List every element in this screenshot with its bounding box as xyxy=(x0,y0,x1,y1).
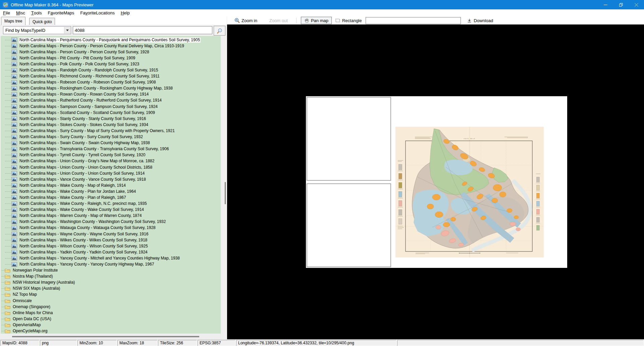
tree-connector xyxy=(5,40,11,40)
tree-vertical-scrollbar[interactable] xyxy=(221,36,226,334)
tree-item[interactable]: OpenCycleMap.org xyxy=(1,328,221,334)
tree-item[interactable]: North Carolina Maps - Wake County - Rale… xyxy=(1,201,221,207)
dropdown-button[interactable] xyxy=(64,27,70,34)
tree-item[interactable]: North Carolina Maps - Person County - Pe… xyxy=(1,49,221,55)
tree-item[interactable]: North Carolina Maps - Sampson County - S… xyxy=(1,104,221,110)
tree-item[interactable]: North Carolina Maps - Randolph County - … xyxy=(1,67,221,73)
restore-button[interactable] xyxy=(613,0,629,9)
map-image-icon xyxy=(11,141,17,146)
tree-item[interactable]: North Carolina Maps - Stanly County - St… xyxy=(1,116,221,122)
tree-item[interactable]: Norwegian Polar Institute xyxy=(1,268,221,274)
toolbar-input[interactable] xyxy=(366,17,461,24)
tree-item-label: North Carolina Maps - Union County - Gra… xyxy=(19,159,155,164)
tree-item[interactable]: North Carolina Maps - Richmond County - … xyxy=(1,73,221,79)
search-input[interactable] xyxy=(73,26,212,34)
title-bar[interactable]: Offline Map Maker 8.364 - Maps Previewer xyxy=(0,0,644,9)
map-image-icon xyxy=(11,104,17,109)
tree-item-label: North Carolina Maps - Watauga County - W… xyxy=(19,225,156,230)
menu-favoritelocations[interactable]: FavoriteLocations xyxy=(77,9,118,16)
status-epsg: EPSG:3857 xyxy=(198,340,235,346)
zoom-out-button[interactable]: Zoom out xyxy=(269,18,288,23)
tree-item[interactable]: North Carolina Maps - Union County - Gra… xyxy=(1,158,221,164)
tree-item[interactable]: North Carolina Maps - Yancey County - Mi… xyxy=(1,255,221,261)
folder-icon xyxy=(5,317,10,321)
folder-icon xyxy=(5,311,10,315)
tree-item[interactable]: Open Data DC (USA) xyxy=(1,316,221,322)
menu-misc[interactable]: Misc xyxy=(13,9,28,16)
status-bar: MapsID: 4088pngMinZoom: 10MaxZoom: 18Til… xyxy=(0,339,644,346)
map-image-icon xyxy=(11,116,17,121)
pan-map-button[interactable]: Pan map xyxy=(301,17,332,24)
tree-item[interactable]: North Carolina Maps - Wake County - Plan… xyxy=(1,188,221,194)
map-image-icon xyxy=(11,214,17,218)
tree-item[interactable]: North Carolina Maps - Rockingham County … xyxy=(1,85,221,92)
tree-connector xyxy=(1,325,4,325)
tree-item[interactable]: North Carolina Maps - Swain County - Swa… xyxy=(1,140,221,146)
tree-item[interactable]: North Carolina Maps - Vance County - Van… xyxy=(1,176,221,182)
tree-item[interactable]: North Carolina Maps - Polk County - Polk… xyxy=(1,61,221,67)
tree-item[interactable]: North Carolina Maps - Person County - Pe… xyxy=(1,43,221,49)
tree-item[interactable]: North Carolina Maps - Union County - Uni… xyxy=(1,170,221,176)
map-canvas[interactable]: SOIL MAP xyxy=(227,24,644,339)
tree-item[interactable]: North Carolina Maps - Watauga County - W… xyxy=(1,225,221,231)
zoom-in-button[interactable]: Zoom in xyxy=(234,18,257,23)
tree-item[interactable]: North Carolina Maps - Rowan County - Row… xyxy=(1,92,221,98)
close-button[interactable] xyxy=(629,0,644,9)
tree-item[interactable]: North Carolina Maps - Stokes County - St… xyxy=(1,122,221,128)
rectangle-button[interactable]: Rectangle xyxy=(335,18,362,23)
tree-item[interactable]: Onemap (Singapore) xyxy=(1,304,221,310)
tree-connector xyxy=(5,58,11,58)
download-label: Download xyxy=(474,18,493,23)
tree-item[interactable]: North Carolina Maps - Surry County - Sur… xyxy=(1,134,221,140)
tree-item[interactable]: North Carolina Maps - Yancey County - Ya… xyxy=(1,261,221,267)
tree-item[interactable]: North Carolina Maps - Wayne County - Way… xyxy=(1,231,221,237)
tree-item[interactable]: OpenAerialMap xyxy=(1,322,221,328)
tree-item[interactable]: North Carolina Maps - Robeson County - R… xyxy=(1,79,221,85)
menu-file[interactable]: File xyxy=(0,9,13,16)
loaded-tiles-area: SOIL MAP xyxy=(306,96,567,268)
tree-connector xyxy=(5,64,11,64)
tree-item[interactable]: North Carolina Maps - Scotland County - … xyxy=(1,110,221,116)
tree-item[interactable]: Online Maps for China xyxy=(1,310,221,316)
tree-horizontal-scrollbar[interactable] xyxy=(0,334,221,339)
map-image-icon xyxy=(11,135,17,139)
tab-quick-goto[interactable]: Quick goto xyxy=(29,18,55,25)
tree-item[interactable]: North Carolina Maps - Wake County - Map … xyxy=(1,182,221,188)
map-image-icon xyxy=(11,80,17,85)
tree-item[interactable]: North Carolina Maps - Wilkes County - Wi… xyxy=(1,237,221,243)
tab-maps-tree[interactable]: Maps tree xyxy=(1,17,25,25)
tree-item[interactable]: North Carolina Maps - Rutherford County … xyxy=(1,98,221,104)
tree-item[interactable]: North Carolina Maps - Wake County - Plan… xyxy=(1,194,221,200)
tree-item[interactable]: North Carolina Maps - Wake County - Wake… xyxy=(1,207,221,213)
tree-connector xyxy=(5,173,11,174)
vertical-scroll-thumb[interactable] xyxy=(225,182,226,204)
menu-help[interactable]: Help xyxy=(118,9,133,16)
menu-favoritemaps[interactable]: FavoriteMaps xyxy=(45,9,77,16)
tree-item[interactable]: North Carolina Maps - Washington County … xyxy=(1,219,221,225)
folder-icon xyxy=(5,268,10,273)
download-button[interactable]: Download xyxy=(467,18,493,23)
tree-item[interactable]: North Carolina Maps - Yadkin County - Ya… xyxy=(1,249,221,255)
window-title: Offline Map Maker 8.364 - Maps Previewer xyxy=(11,2,94,7)
menu-tools[interactable]: Tools xyxy=(28,9,45,16)
tree-item[interactable]: North Carolina Maps - Wilson County - Wi… xyxy=(1,243,221,249)
tree-item[interactable]: Omniscale xyxy=(1,298,221,304)
tree-item[interactable]: North Carolina Maps - Surry County - Map… xyxy=(1,128,221,134)
tree-item[interactable]: North Carolina Maps - Pitt County - Pitt… xyxy=(1,55,221,61)
tree-item[interactable]: North Carolina Maps - Transylvania Count… xyxy=(1,146,221,152)
find-by-dropdown[interactable]: Find by MapsTypeID xyxy=(3,26,71,34)
tree-item[interactable]: North Carolina Maps - Perquimans County … xyxy=(1,37,221,43)
horizontal-scroll-thumb[interactable] xyxy=(12,336,199,337)
search-button[interactable] xyxy=(214,26,225,36)
tree-item-label: North Carolina Maps - Yancey County - Mi… xyxy=(19,256,180,261)
tree-item-label: NSW SIX Maps (Australia) xyxy=(12,286,61,291)
tree-item[interactable]: NSW Historical Imagery (Australia) xyxy=(1,280,221,286)
tree-item[interactable]: North Carolina Maps - Tyrrell County - T… xyxy=(1,152,221,158)
tree-item[interactable]: North Carolina Maps - Union County - Uni… xyxy=(1,164,221,170)
tree-item[interactable]: NZ Topo Map xyxy=(1,292,221,298)
minimize-button[interactable] xyxy=(598,0,613,9)
tree-item[interactable]: NSW SIX Maps (Australia) xyxy=(1,286,221,292)
tree-item[interactable]: Nostra Map (Thailand) xyxy=(1,274,221,280)
close-icon xyxy=(635,3,638,7)
tree-item[interactable]: North Carolina Maps - Warren County - Ma… xyxy=(1,213,221,219)
